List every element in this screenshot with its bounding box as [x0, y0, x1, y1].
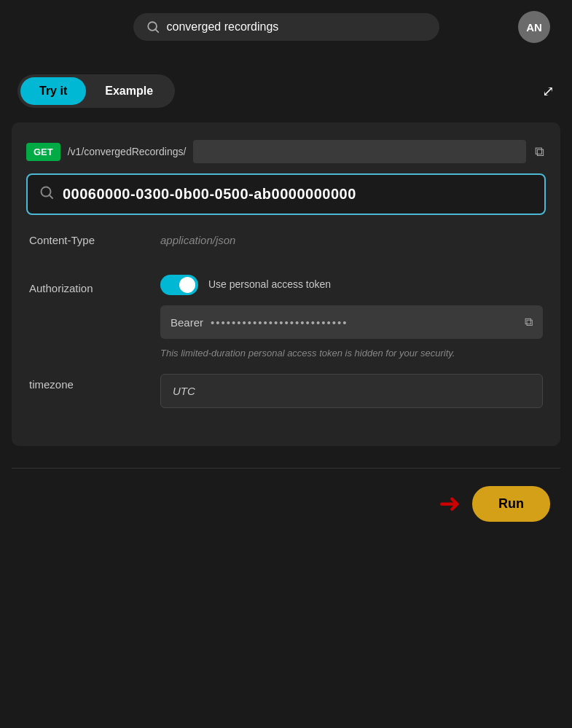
timezone-field-wrapper [160, 374, 543, 408]
bottom-section: ➜ Run [0, 486, 572, 544]
search-text: converged recordings [167, 20, 279, 34]
copy-url-button[interactable]: ⧉ [533, 143, 546, 161]
expand-icon[interactable]: ⤢ [542, 84, 555, 98]
get-row: GET /v1/convergedRecordings/ ⧉ [26, 140, 546, 163]
timezone-input[interactable] [160, 374, 543, 408]
authorization-label: Authorization [29, 275, 160, 294]
run-button[interactable]: Run [472, 486, 550, 522]
content-type-label: Content-Type [29, 230, 160, 246]
search-bar[interactable]: converged recordings [133, 13, 439, 41]
personal-access-token-toggle[interactable] [160, 275, 198, 295]
main-panel: GET /v1/convergedRecordings/ ⧉ 00060000-… [12, 122, 560, 446]
svg-line-3 [50, 195, 53, 199]
timezone-row: timezone [29, 374, 543, 408]
divider [12, 468, 560, 469]
security-note: This limited-duration personal access to… [160, 346, 495, 361]
bearer-token-dots: •••••••••••••••••••••••••• [211, 316, 517, 329]
url-id-input[interactable] [193, 140, 526, 163]
authorization-content: Use personal access token Bearer •••••••… [160, 275, 543, 361]
svg-line-1 [155, 29, 158, 32]
recording-id-input-container[interactable]: 00060000-0300-0b00-0500-ab0000000000 [26, 173, 546, 215]
tab-section: Try it Example ⤢ [0, 54, 572, 122]
recording-search-icon [39, 185, 54, 203]
bearer-label: Bearer [171, 316, 203, 329]
avatar[interactable]: AN [518, 11, 550, 43]
toggle-label: Use personal access token [208, 278, 331, 292]
tab-group: Try it Example [17, 74, 175, 108]
url-path: /v1/convergedRecordings/ [68, 146, 187, 157]
authorization-row: Authorization Use personal access token … [29, 275, 543, 361]
tab-try-it[interactable]: Try it [20, 77, 86, 105]
arrow-icon: ➜ [439, 490, 461, 517]
content-type-row: Content-Type application/json [29, 230, 543, 259]
bearer-box: Bearer •••••••••••••••••••••••••• ⧉ [160, 305, 543, 339]
copy-token-button[interactable]: ⧉ [525, 316, 533, 329]
timezone-label: timezone [29, 374, 160, 391]
recording-id-value: 00060000-0300-0b00-0500-ab0000000000 [63, 186, 356, 203]
header: converged recordings AN [0, 0, 572, 54]
content-type-value: application/json [160, 230, 235, 246]
auth-toggle-row: Use personal access token [160, 275, 543, 295]
search-icon [146, 20, 160, 34]
toggle-thumb [179, 277, 195, 293]
tab-example[interactable]: Example [86, 77, 172, 105]
fields-section: Content-Type application/json Authorizat… [26, 230, 546, 408]
http-method-badge: GET [26, 143, 60, 161]
